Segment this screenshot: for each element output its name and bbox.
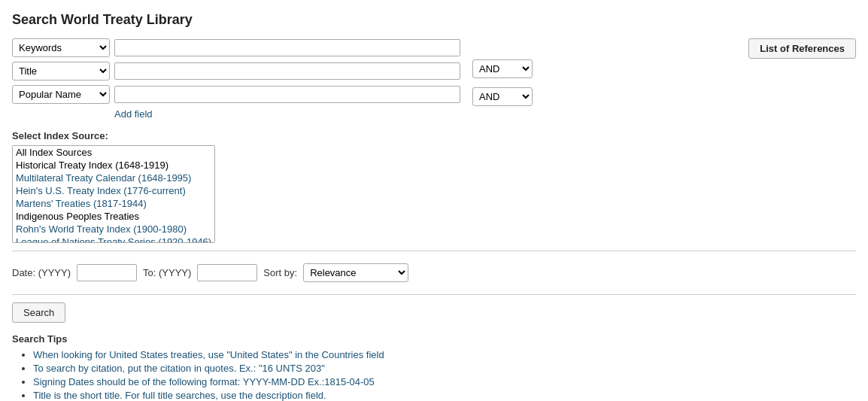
- list-references-button[interactable]: List of References: [748, 38, 856, 59]
- date-from-label: Date: (YYYY): [12, 267, 71, 278]
- index-option-rohn[interactable]: Rohn's World Treaty Index (1900-1980): [13, 223, 214, 235]
- divider-2: [12, 294, 856, 295]
- search-input-1[interactable]: [114, 39, 460, 56]
- search-input-3[interactable]: [114, 86, 460, 103]
- index-source-label: Select Index Source:: [12, 130, 856, 141]
- date-to-input[interactable]: [197, 264, 257, 281]
- date-from-input[interactable]: [77, 264, 137, 281]
- tip-2: To search by citation, put the citation …: [33, 363, 856, 374]
- tips-list: When looking for United States treaties,…: [12, 349, 856, 401]
- field-select-3[interactable]: Keywords Title Popular Name Description …: [12, 85, 110, 104]
- tip-3: Signing Dates should be of the following…: [33, 376, 856, 387]
- operator-select-2[interactable]: AND OR NOT: [472, 87, 533, 106]
- index-option-historical[interactable]: Historical Treaty Index (1648-1919): [13, 159, 214, 172]
- index-option-multilateral[interactable]: Multilateral Treaty Calendar (1648-1995): [13, 172, 214, 184]
- field-select-2[interactable]: Keywords Title Popular Name Description …: [12, 62, 110, 81]
- tips-title: Search Tips: [12, 333, 856, 345]
- tip-1: When looking for United States treaties,…: [33, 349, 856, 360]
- operator-select-1[interactable]: AND OR NOT: [472, 59, 533, 78]
- index-option-indigenous[interactable]: Indigenous Peoples Treaties: [13, 210, 214, 223]
- sort-select[interactable]: Relevance Date Title: [303, 263, 408, 282]
- sort-label: Sort by:: [263, 267, 297, 278]
- index-option-all[interactable]: All Index Sources: [13, 146, 214, 159]
- add-field-link[interactable]: Add field: [114, 108, 153, 120]
- page-title: Search World Treaty Library: [12, 12, 856, 28]
- tip-4: Title is the short title. For full title…: [33, 390, 856, 401]
- search-input-2[interactable]: [114, 62, 460, 80]
- index-source-listbox[interactable]: All Index Sources Historical Treaty Inde…: [12, 145, 215, 243]
- divider-1: [12, 251, 856, 251]
- field-select-1[interactable]: Keywords Title Popular Name Description …: [12, 38, 110, 57]
- index-option-heins[interactable]: Hein's U.S. Treaty Index (1776-current): [13, 184, 214, 197]
- index-option-martens[interactable]: Martens' Treaties (1817-1944): [13, 197, 214, 210]
- search-button[interactable]: Search: [12, 302, 65, 323]
- index-option-league[interactable]: League of Nations Treaty Series (1920-19…: [13, 235, 214, 243]
- date-to-label: To: (YYYY): [143, 267, 191, 278]
